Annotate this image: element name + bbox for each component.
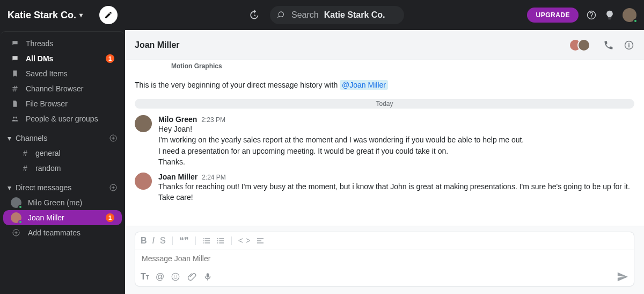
- smile-icon: [171, 272, 180, 282]
- codeblock-button[interactable]: [256, 236, 265, 245]
- mic-icon: [203, 272, 213, 282]
- message-author: Joan Miller: [158, 173, 197, 181]
- add-teammates-label: Add teammates: [28, 228, 80, 237]
- ol-icon: [202, 236, 211, 245]
- emoji-button[interactable]: [171, 272, 180, 282]
- attach-button[interactable]: [187, 272, 196, 282]
- message-author: Milo Green: [158, 115, 197, 124]
- message-input[interactable]: [142, 254, 627, 263]
- presence-dot: [18, 205, 23, 209]
- activity-button[interactable]: [604, 10, 615, 20]
- ordered-list-button[interactable]: [202, 236, 211, 245]
- unordered-list-button[interactable]: [216, 236, 225, 245]
- help-button[interactable]: [586, 10, 597, 20]
- search-scope: Katie Stark Co.: [324, 10, 385, 20]
- svg-point-6: [217, 240, 218, 241]
- workspace-name: Katie Stark Co.: [8, 10, 76, 21]
- sidebar-item-all-dms[interactable]: All DMs 1: [3, 51, 122, 66]
- hash-icon: #: [20, 164, 30, 173]
- mention-button[interactable]: @: [156, 272, 164, 282]
- dms-section-header[interactable]: ▾ Direct messages: [0, 176, 125, 195]
- message-time: 2:24 PM: [202, 174, 226, 181]
- plus-icon: [11, 228, 21, 237]
- paperclip-icon: [187, 272, 196, 282]
- upgrade-button[interactable]: UPGRADE: [527, 8, 579, 23]
- conversation-title: Joan Miller: [135, 40, 180, 50]
- history-button[interactable]: [248, 10, 259, 20]
- contact-role: Motion Graphics: [171, 62, 634, 70]
- channel-name: random: [35, 164, 61, 173]
- members-facepile[interactable]: [569, 39, 590, 52]
- send-button[interactable]: [617, 271, 628, 283]
- strike-button[interactable]: S: [160, 236, 166, 246]
- text-format-button[interactable]: TT: [141, 272, 149, 282]
- info-button[interactable]: [624, 40, 634, 51]
- voice-button[interactable]: [203, 272, 213, 282]
- add-dm-button[interactable]: [109, 183, 118, 192]
- mention-link[interactable]: @Joan Miller: [340, 80, 388, 90]
- sidebar-item-threads[interactable]: Threads: [3, 36, 122, 51]
- self-avatar[interactable]: [623, 8, 636, 22]
- info-icon: [624, 40, 634, 51]
- dm-item-joan[interactable]: Joan Miller 1: [3, 210, 122, 225]
- dm-name: Joan Miller: [28, 213, 64, 222]
- compose-button[interactable]: [99, 6, 118, 24]
- help-icon: [586, 10, 597, 20]
- channel-item-random[interactable]: # random: [3, 161, 122, 176]
- search-input[interactable]: Search Katie Stark Co.: [270, 6, 404, 24]
- search-prefix: Search: [291, 10, 319, 20]
- channels-icon: [11, 85, 19, 92]
- phone-icon: [603, 40, 614, 51]
- message-text: Thanks for reaching out! I'm very busy a…: [158, 181, 634, 203]
- bookmark-icon: [11, 70, 19, 77]
- unread-badge: 1: [106, 213, 114, 222]
- workspace-switcher[interactable]: Katie Stark Co. ▾: [0, 0, 125, 30]
- send-icon: [617, 271, 628, 283]
- sidebar-item-file-browser[interactable]: File Browser: [3, 96, 122, 111]
- format-toolbar: B I S ❝❞ < >: [135, 232, 634, 249]
- people-icon: [11, 115, 19, 123]
- date-divider: Today: [135, 99, 634, 109]
- message: Joan Miller 2:24 PM Thanks for reaching …: [135, 173, 634, 203]
- avatar: [135, 173, 152, 190]
- sidebar-item-label: File Browser: [26, 99, 68, 108]
- message: Milo Green 2:23 PM Hey Joan! I'm working…: [135, 115, 634, 167]
- sidebar-item-channel-browser[interactable]: Channel Browser: [3, 81, 122, 96]
- chevron-down-icon: ▾: [8, 183, 11, 192]
- bold-button[interactable]: B: [141, 236, 147, 246]
- chevron-down-icon: ▾: [8, 134, 11, 142]
- italic-button[interactable]: I: [152, 236, 155, 246]
- code-button[interactable]: < >: [238, 236, 251, 246]
- add-teammates-button[interactable]: Add teammates: [3, 225, 122, 240]
- date-divider-label: Today: [376, 100, 393, 107]
- svg-point-9: [174, 276, 175, 277]
- sidebar: Katie Stark Co. ▾ Threads All DMs 1 Save…: [0, 0, 125, 294]
- search-icon: [277, 11, 286, 19]
- sidebar-item-saved[interactable]: Saved Items: [3, 66, 122, 81]
- add-channel-button[interactable]: [109, 134, 118, 142]
- section-label: Channels: [16, 134, 47, 142]
- main: Search Katie Stark Co. UPGRADE Joan Mill…: [125, 0, 644, 294]
- sidebar-item-label: All DMs: [26, 54, 53, 63]
- presence-dot: [18, 220, 23, 224]
- sidebar-item-people[interactable]: People & user groups: [3, 111, 122, 126]
- composer: B I S ❝❞ < > TT @: [125, 226, 644, 294]
- call-button[interactable]: [603, 40, 614, 51]
- avatar: [11, 212, 21, 223]
- thread-icon: [11, 40, 19, 47]
- file-icon: [11, 100, 19, 107]
- sidebar-item-label: Channel Browser: [26, 84, 83, 93]
- sidebar-item-label: Threads: [26, 39, 53, 48]
- pencil-icon: [104, 11, 113, 19]
- message-scroll[interactable]: Motion Graphics This is the very beginni…: [125, 60, 644, 226]
- svg-point-8: [172, 273, 179, 281]
- svg-point-7: [217, 242, 218, 243]
- section-label: Direct messages: [16, 183, 71, 192]
- channels-section-header[interactable]: ▾ Channels: [0, 126, 125, 146]
- unread-badge: 1: [106, 54, 114, 63]
- quote-button[interactable]: ❝❞: [179, 235, 189, 246]
- dm-item-milo[interactable]: Milo Green (me): [3, 195, 122, 210]
- chevron-down-icon: ▾: [79, 11, 83, 19]
- message-time: 2:23 PM: [201, 116, 225, 124]
- channel-item-general[interactable]: # general: [3, 146, 122, 161]
